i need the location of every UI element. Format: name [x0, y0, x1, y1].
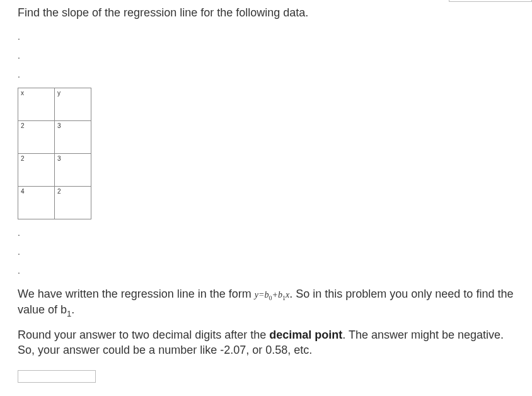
- table-cell-y: 2: [55, 187, 91, 219]
- formula-plus: +: [272, 290, 278, 300]
- spacer-dots-bottom: . . .: [18, 223, 519, 280]
- decimal-point-strong: decimal point: [269, 329, 342, 341]
- table-cell-y: 3: [55, 121, 91, 154]
- table-row: 4 2: [18, 187, 91, 219]
- dot: .: [18, 46, 519, 65]
- table-cell-x: 2: [18, 154, 55, 187]
- table-header-x: x: [18, 88, 55, 121]
- explain-text: We have written the regression line in t…: [18, 288, 255, 300]
- formula: y=b0+b1x: [255, 290, 289, 300]
- table-row: 2 3: [18, 154, 91, 187]
- formula-b0: b: [265, 290, 269, 300]
- table-row: 2 3: [18, 121, 91, 154]
- table-cell-x: 4: [18, 187, 55, 219]
- dot: .: [18, 242, 519, 261]
- table-header-y: y: [55, 88, 91, 121]
- explain-text: Round your answer to two decimal digits …: [18, 329, 269, 341]
- dot: .: [18, 65, 519, 84]
- answer-input[interactable]: [18, 370, 96, 383]
- partial-input-above: [449, 0, 532, 2]
- data-table: x y 2 3 2 3 4 2: [18, 88, 91, 219]
- formula-b1: b: [278, 290, 282, 300]
- question-prompt: Find the slope of the regression line fo…: [18, 5, 519, 21]
- table-cell-x: 2: [18, 121, 55, 154]
- explain-text: .: [71, 303, 74, 316]
- explanation-line-1: We have written the regression line in t…: [18, 286, 519, 319]
- formula-eq: =: [258, 290, 264, 300]
- dot: .: [18, 27, 519, 46]
- dot: .: [18, 223, 519, 242]
- dot: .: [18, 261, 519, 280]
- explanation-line-2: Round your answer to two decimal digits …: [18, 327, 519, 358]
- table-cell-y: 3: [55, 154, 91, 187]
- table-row: x y: [18, 88, 91, 121]
- spacer-dots-top: . . .: [18, 27, 519, 84]
